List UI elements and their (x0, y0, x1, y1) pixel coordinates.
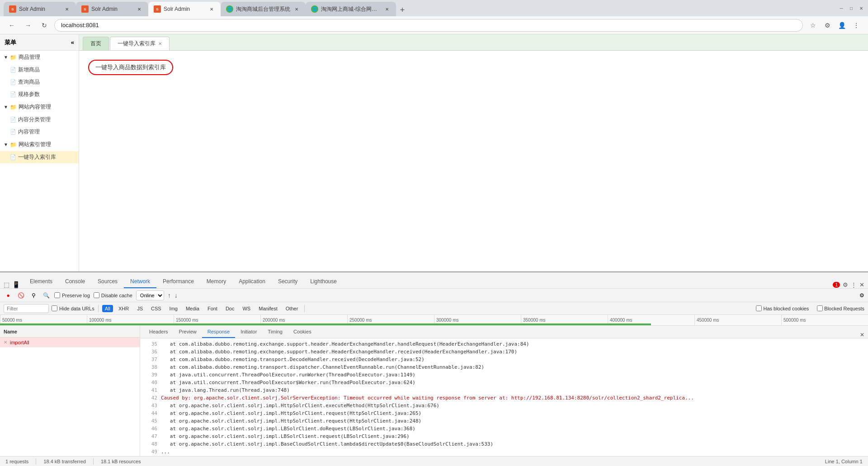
page-tab-close-import[interactable]: ✕ (158, 41, 162, 46)
hide-data-urls-label[interactable]: Hide data URLs (52, 305, 94, 311)
upload-icon[interactable]: ↑ (168, 292, 171, 299)
tab-close-1[interactable]: ✕ (63, 5, 71, 13)
devtools-close-icon[interactable]: ✕ (859, 281, 864, 288)
sidebar-label-content: 内容管理 (18, 128, 40, 136)
browser-tab-2[interactable]: S Solr Admin ✕ (76, 2, 148, 16)
close-button[interactable]: ✕ (858, 5, 864, 11)
devtools-tab-elements[interactable]: Elements (24, 276, 59, 288)
devtools-settings-icon[interactable]: ⚙ (843, 281, 848, 288)
browser-tab-1[interactable]: S Solr Admin ✕ (4, 2, 76, 16)
sidebar-group-content-title[interactable]: ▼ 📁 网站内容管理 (0, 100, 79, 114)
page-tab-import[interactable]: 一键导入索引库 ✕ (110, 37, 170, 50)
tab-close-5[interactable]: ✕ (383, 5, 391, 13)
browser-tab-4[interactable]: 🌐 淘淘商城后台管理系统 ✕ (221, 2, 306, 16)
browser-tab-5[interactable]: 🌐 淘淘网上商城-综合网购首选 (I... ✕ (306, 2, 396, 16)
filter-input[interactable] (4, 304, 49, 313)
filter-ws[interactable]: WS (240, 305, 253, 312)
maximize-button[interactable]: □ (848, 5, 854, 11)
request-row-importall[interactable]: ✕ importAll (0, 338, 140, 347)
group-title-products: 商品管理 (19, 53, 40, 61)
devtools-more-icon[interactable]: ⋮ (851, 281, 857, 288)
browser-tab-3[interactable]: S Solr Admin ✕ (148, 2, 221, 16)
tab-title-3: Solr Admin (164, 6, 205, 12)
devtools-tab-performance[interactable]: Performance (156, 276, 200, 288)
devtools-tab-security[interactable]: Security (272, 276, 304, 288)
detail-tab-preview[interactable]: Preview (174, 326, 202, 338)
request-name-importall: importAll (10, 340, 136, 345)
filter-css[interactable]: CSS (148, 305, 164, 312)
filter-other[interactable]: Other (283, 305, 301, 312)
sidebar-group-index-title[interactable]: ▼ 📁 网站索引管理 (0, 138, 79, 151)
record-button[interactable]: ● (4, 291, 13, 300)
filter-doc[interactable]: Doc (223, 305, 237, 312)
extension-icon[interactable]: ⚙ (821, 19, 834, 32)
detail-tab-cookies[interactable]: Cookies (288, 326, 317, 338)
menu-icon[interactable]: ⋮ (850, 19, 863, 32)
sidebar-item-query-product[interactable]: 📄 查询商品 (0, 76, 79, 88)
request-row-close[interactable]: ✕ (4, 340, 7, 345)
profile-icon[interactable]: 👤 (835, 19, 848, 32)
filter-icon[interactable]: ⚲ (29, 291, 38, 300)
filter-js[interactable]: JS (134, 305, 146, 312)
disable-cache-label[interactable]: Disable cache (94, 292, 132, 298)
log-line-48: 48 at org.apache.solr.client.solrj.impl.… (144, 440, 864, 448)
browser-frame: S Solr Admin ✕ S Solr Admin ✕ S Solr Adm… (0, 0, 868, 466)
bookmark-icon[interactable]: ☆ (807, 19, 819, 32)
devtools-tab-sources[interactable]: Sources (91, 276, 124, 288)
devtools-tab-memory[interactable]: Memory (200, 276, 232, 288)
url-bar[interactable]: localhost:8081 (54, 19, 803, 32)
preserve-log-checkbox[interactable] (54, 292, 60, 298)
detail-tabs: Headers Preview Response Initiator Timin (140, 326, 868, 338)
hide-data-urls-checkbox[interactable] (52, 305, 57, 311)
tab-close-4[interactable]: ✕ (293, 5, 300, 13)
throttle-select[interactable]: Online (136, 290, 164, 300)
sidebar-item-spec-params[interactable]: 📄 规格参数 (0, 88, 79, 100)
import-button[interactable]: 一键导入商品数据到索引库 (88, 60, 173, 75)
sidebar-collapse-icon[interactable]: « (71, 39, 74, 46)
sidebar-item-add-product[interactable]: 📄 新增商品 (0, 64, 79, 76)
filter-manifest[interactable]: Manifest (256, 305, 280, 312)
detail-tab-response[interactable]: Response (202, 326, 236, 338)
filter-font[interactable]: Font (205, 305, 220, 312)
devtools-settings-right[interactable]: ⚙ (859, 292, 864, 299)
preserve-log-label[interactable]: Preserve log (54, 292, 90, 298)
blocked-cookies-checkbox[interactable] (756, 305, 762, 311)
devtools-tab-network[interactable]: Network (124, 276, 156, 288)
sidebar-group-products: ▼ 📁 商品管理 📄 新增商品 📄 查询商品 📄 规格参数 (0, 51, 79, 100)
search-icon[interactable]: 🔍 (42, 291, 51, 300)
filter-xhr[interactable]: XHR (116, 305, 132, 312)
filter-media[interactable]: Media (183, 305, 202, 312)
detail-tab-headers[interactable]: Headers (144, 326, 174, 338)
sidebar-group-products-title[interactable]: ▼ 📁 商品管理 (0, 51, 79, 64)
filter-img[interactable]: Img (167, 305, 180, 312)
page-tab-home[interactable]: 首页 (83, 37, 109, 50)
blocked-requests-checkbox[interactable] (817, 305, 823, 311)
devtools-tab-lighthouse[interactable]: Lighthouse (304, 276, 343, 288)
sidebar-item-content-category[interactable]: 📄 内容分类管理 (0, 114, 79, 126)
devtools-tab-console[interactable]: Console (59, 276, 91, 288)
detail-close-btn[interactable]: ✕ (860, 332, 864, 338)
detail-tab-timing[interactable]: Timing (262, 326, 288, 338)
clear-button[interactable]: 🚫 (16, 291, 25, 300)
new-tab-button[interactable]: + (396, 4, 409, 16)
main-area: 一键导入商品数据到索引库 (79, 51, 868, 271)
minimize-button[interactable]: ─ (838, 5, 844, 11)
filter-all[interactable]: All (102, 305, 113, 312)
device-icon[interactable]: 📱 (12, 281, 20, 288)
blocked-requests: Blocked Requests (817, 305, 864, 311)
tab-close-2[interactable]: ✕ (136, 5, 143, 13)
back-button[interactable]: ← (5, 19, 18, 32)
error-log[interactable]: 35 at com.alibaba.dubbo.remoting.exchang… (140, 338, 868, 456)
solr-favicon-3: S (154, 5, 161, 13)
inspect-icon[interactable]: ⬚ (4, 281, 9, 288)
refresh-button[interactable]: ↻ (38, 19, 51, 32)
forward-button[interactable]: → (22, 19, 34, 32)
sidebar-item-content[interactable]: 📄 内容管理 (0, 126, 79, 138)
tab-close-3[interactable]: ✕ (208, 5, 215, 13)
devtools-tab-application[interactable]: Application (232, 276, 272, 288)
detail-tab-initiator[interactable]: Initiator (235, 326, 262, 338)
sidebar-item-import-index[interactable]: 📄 一键导入索引库 (0, 151, 79, 163)
folder-icon-content: 📁 (10, 104, 17, 110)
download-icon[interactable]: ↓ (175, 292, 178, 299)
disable-cache-checkbox[interactable] (94, 292, 99, 298)
